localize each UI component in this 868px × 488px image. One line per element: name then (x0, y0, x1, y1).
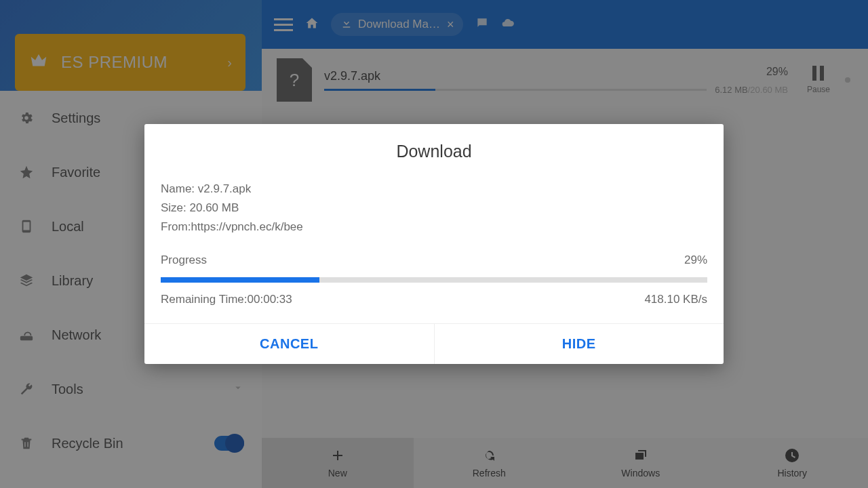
dialog-progress-pct: 29% (684, 251, 707, 269)
cancel-button[interactable]: CANCEL (144, 324, 434, 364)
dialog-name-row: Name: v2.9.7.apk (161, 180, 707, 198)
modal-overlay: Download Name: v2.9.7.apk Size: 20.60 MB… (0, 0, 868, 488)
dialog-progress-fill (161, 277, 319, 283)
download-dialog: Download Name: v2.9.7.apk Size: 20.60 MB… (144, 124, 724, 365)
dialog-progress-label: Progress (161, 251, 207, 269)
dialog-from-row: From:https://vpnch.ec/k/bee (161, 218, 707, 236)
dialog-title: Download (144, 124, 724, 168)
dialog-speed: 418.10 KB/s (644, 291, 707, 308)
dialog-remaining-time: Remaining Time:00:00:33 (161, 291, 292, 308)
hide-button[interactable]: HIDE (434, 324, 724, 364)
dialog-size-row: Size: 20.60 MB (161, 199, 707, 217)
dialog-progress-bar (161, 277, 707, 283)
